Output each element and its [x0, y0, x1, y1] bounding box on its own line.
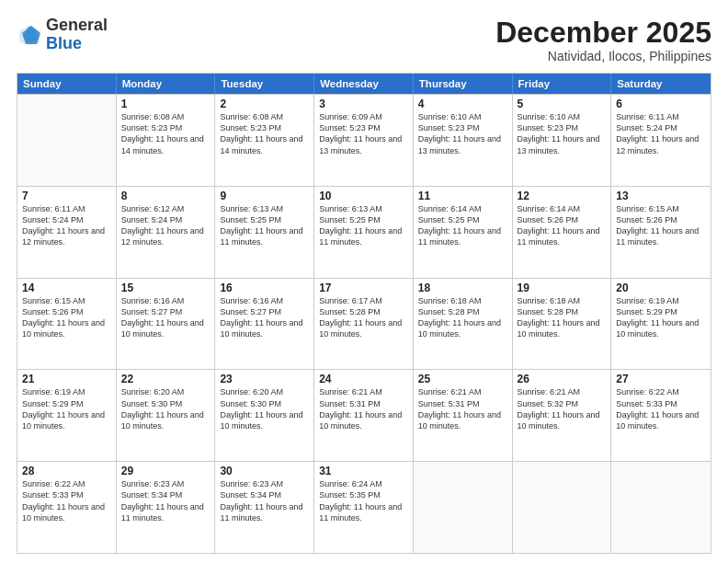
day-number: 26 — [518, 373, 607, 385]
day-number: 13 — [616, 190, 706, 202]
day-number: 20 — [616, 282, 706, 294]
day-info: Sunrise: 6:09 AMSunset: 5:23 PMDaylight:… — [319, 111, 408, 156]
location: Natividad, Ilocos, Philippines — [495, 49, 711, 63]
calendar-cell: 29Sunrise: 6:23 AMSunset: 5:34 PMDayligh… — [117, 462, 216, 553]
day-number: 7 — [22, 190, 111, 202]
day-info: Sunrise: 6:23 AMSunset: 5:34 PMDaylight:… — [121, 478, 210, 523]
day-info: Sunrise: 6:10 AMSunset: 5:23 PMDaylight:… — [518, 111, 607, 156]
day-number: 16 — [220, 282, 309, 294]
day-number: 28 — [22, 465, 111, 477]
day-info: Sunrise: 6:14 AMSunset: 5:25 PMDaylight:… — [418, 203, 507, 248]
day-info: Sunrise: 6:18 AMSunset: 5:28 PMDaylight:… — [418, 295, 507, 340]
calendar-cell: 11Sunrise: 6:14 AMSunset: 5:25 PMDayligh… — [414, 187, 513, 278]
calendar-week: 1Sunrise: 6:08 AMSunset: 5:23 PMDaylight… — [17, 94, 711, 186]
calendar-cell: 31Sunrise: 6:24 AMSunset: 5:35 PMDayligh… — [314, 462, 414, 553]
day-number: 1 — [121, 98, 210, 110]
calendar-cell — [611, 462, 711, 553]
calendar-cell: 19Sunrise: 6:18 AMSunset: 5:28 PMDayligh… — [513, 279, 612, 370]
calendar-cell: 25Sunrise: 6:21 AMSunset: 5:31 PMDayligh… — [414, 370, 513, 461]
day-number: 8 — [121, 190, 210, 202]
day-info: Sunrise: 6:19 AMSunset: 5:29 PMDaylight:… — [22, 386, 111, 431]
weekday-header: Sunday — [17, 74, 117, 94]
day-number: 23 — [220, 373, 309, 385]
calendar-cell: 4Sunrise: 6:10 AMSunset: 5:23 PMDaylight… — [414, 95, 513, 186]
day-info: Sunrise: 6:22 AMSunset: 5:33 PMDaylight:… — [616, 386, 706, 431]
day-number: 29 — [121, 465, 210, 477]
day-info: Sunrise: 6:21 AMSunset: 5:31 PMDaylight:… — [319, 386, 408, 431]
day-info: Sunrise: 6:08 AMSunset: 5:23 PMDaylight:… — [121, 111, 210, 156]
day-info: Sunrise: 6:15 AMSunset: 5:26 PMDaylight:… — [22, 295, 111, 340]
calendar-cell — [513, 462, 612, 553]
calendar-cell: 2Sunrise: 6:08 AMSunset: 5:23 PMDaylight… — [215, 95, 314, 186]
calendar-week: 7Sunrise: 6:11 AMSunset: 5:24 PMDaylight… — [17, 186, 711, 278]
logo-general: General — [46, 16, 108, 34]
calendar-cell: 6Sunrise: 6:11 AMSunset: 5:24 PMDaylight… — [611, 95, 711, 186]
day-number: 19 — [518, 282, 607, 294]
day-number: 24 — [319, 373, 408, 385]
calendar-cell: 23Sunrise: 6:20 AMSunset: 5:30 PMDayligh… — [215, 370, 314, 461]
day-number: 4 — [418, 98, 507, 110]
day-info: Sunrise: 6:14 AMSunset: 5:26 PMDaylight:… — [518, 203, 607, 248]
calendar-cell: 10Sunrise: 6:13 AMSunset: 5:25 PMDayligh… — [314, 187, 414, 278]
calendar-cell: 14Sunrise: 6:15 AMSunset: 5:26 PMDayligh… — [17, 279, 117, 370]
calendar-cell: 28Sunrise: 6:22 AMSunset: 5:33 PMDayligh… — [17, 462, 117, 553]
calendar-cell — [17, 95, 117, 186]
day-number: 15 — [121, 282, 210, 294]
day-number: 21 — [22, 373, 111, 385]
calendar-cell: 13Sunrise: 6:15 AMSunset: 5:26 PMDayligh… — [611, 187, 711, 278]
day-number: 25 — [418, 373, 507, 385]
calendar-cell: 22Sunrise: 6:20 AMSunset: 5:30 PMDayligh… — [117, 370, 216, 461]
day-number: 30 — [220, 465, 309, 477]
logo-blue: Blue — [46, 34, 82, 52]
day-number: 9 — [220, 190, 309, 202]
logo: General Blue — [17, 17, 108, 53]
calendar-cell: 17Sunrise: 6:17 AMSunset: 5:28 PMDayligh… — [314, 279, 414, 370]
day-info: Sunrise: 6:10 AMSunset: 5:23 PMDaylight:… — [418, 111, 507, 156]
calendar-cell: 26Sunrise: 6:21 AMSunset: 5:32 PMDayligh… — [513, 370, 612, 461]
calendar-cell — [414, 462, 513, 553]
day-number: 17 — [319, 282, 408, 294]
page: General Blue December 2025 Natividad, Il… — [0, 0, 728, 563]
weekday-header: Saturday — [611, 74, 711, 94]
day-info: Sunrise: 6:13 AMSunset: 5:25 PMDaylight:… — [220, 203, 309, 248]
day-number: 31 — [319, 465, 408, 477]
day-info: Sunrise: 6:13 AMSunset: 5:25 PMDaylight:… — [319, 203, 408, 248]
day-info: Sunrise: 6:17 AMSunset: 5:28 PMDaylight:… — [319, 295, 408, 340]
logo-text: General Blue — [46, 17, 108, 53]
day-info: Sunrise: 6:15 AMSunset: 5:26 PMDaylight:… — [616, 203, 706, 248]
day-info: Sunrise: 6:20 AMSunset: 5:30 PMDaylight:… — [121, 386, 210, 431]
calendar: SundayMondayTuesdayWednesdayThursdayFrid… — [17, 73, 711, 554]
day-info: Sunrise: 6:08 AMSunset: 5:23 PMDaylight:… — [220, 111, 309, 156]
day-number: 12 — [518, 190, 607, 202]
calendar-cell: 16Sunrise: 6:16 AMSunset: 5:27 PMDayligh… — [215, 279, 314, 370]
calendar-week: 21Sunrise: 6:19 AMSunset: 5:29 PMDayligh… — [17, 369, 711, 461]
day-info: Sunrise: 6:11 AMSunset: 5:24 PMDaylight:… — [616, 111, 706, 156]
calendar-body: 1Sunrise: 6:08 AMSunset: 5:23 PMDaylight… — [17, 94, 711, 553]
calendar-cell: 8Sunrise: 6:12 AMSunset: 5:24 PMDaylight… — [117, 187, 216, 278]
day-number: 3 — [319, 98, 408, 110]
day-number: 5 — [518, 98, 607, 110]
day-info: Sunrise: 6:22 AMSunset: 5:33 PMDaylight:… — [22, 478, 111, 523]
day-info: Sunrise: 6:24 AMSunset: 5:35 PMDaylight:… — [319, 478, 408, 523]
day-number: 22 — [121, 373, 210, 385]
calendar-cell: 1Sunrise: 6:08 AMSunset: 5:23 PMDaylight… — [117, 95, 216, 186]
calendar-cell: 5Sunrise: 6:10 AMSunset: 5:23 PMDaylight… — [513, 95, 612, 186]
weekday-header: Wednesday — [314, 74, 414, 94]
calendar-cell: 7Sunrise: 6:11 AMSunset: 5:24 PMDaylight… — [17, 187, 117, 278]
day-number: 14 — [22, 282, 111, 294]
calendar-week: 28Sunrise: 6:22 AMSunset: 5:33 PMDayligh… — [17, 461, 711, 553]
day-info: Sunrise: 6:11 AMSunset: 5:24 PMDaylight:… — [22, 203, 111, 248]
calendar-cell: 24Sunrise: 6:21 AMSunset: 5:31 PMDayligh… — [314, 370, 414, 461]
day-number: 18 — [418, 282, 507, 294]
day-number: 11 — [418, 190, 507, 202]
day-info: Sunrise: 6:16 AMSunset: 5:27 PMDaylight:… — [121, 295, 210, 340]
calendar-cell: 27Sunrise: 6:22 AMSunset: 5:33 PMDayligh… — [611, 370, 711, 461]
weekday-header: Thursday — [414, 74, 513, 94]
calendar-cell: 30Sunrise: 6:23 AMSunset: 5:34 PMDayligh… — [215, 462, 314, 553]
day-info: Sunrise: 6:20 AMSunset: 5:30 PMDaylight:… — [220, 386, 309, 431]
day-info: Sunrise: 6:12 AMSunset: 5:24 PMDaylight:… — [121, 203, 210, 248]
day-number: 2 — [220, 98, 309, 110]
calendar-cell: 9Sunrise: 6:13 AMSunset: 5:25 PMDaylight… — [215, 187, 314, 278]
day-number: 10 — [319, 190, 408, 202]
calendar-cell: 20Sunrise: 6:19 AMSunset: 5:29 PMDayligh… — [611, 279, 711, 370]
